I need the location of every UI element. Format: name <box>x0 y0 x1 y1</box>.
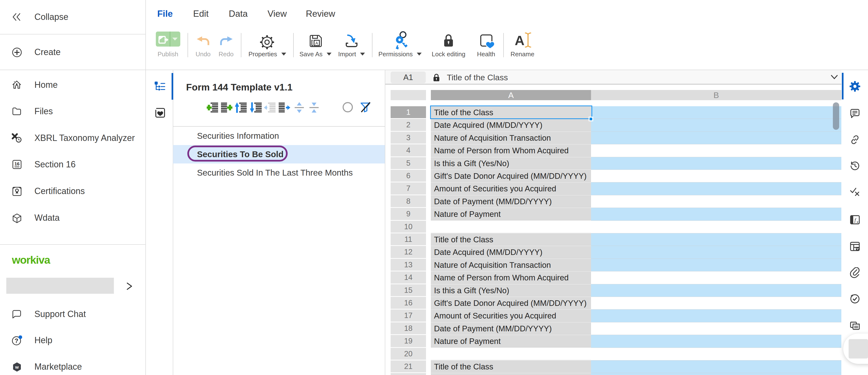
svg-text:w: w <box>15 365 19 370</box>
svg-text:?: ? <box>14 338 18 344</box>
svg-text:16: 16 <box>14 161 20 166</box>
svg-text:A: A <box>315 41 318 46</box>
svg-text:x: x <box>857 220 859 224</box>
svg-text:f: f <box>855 217 857 223</box>
